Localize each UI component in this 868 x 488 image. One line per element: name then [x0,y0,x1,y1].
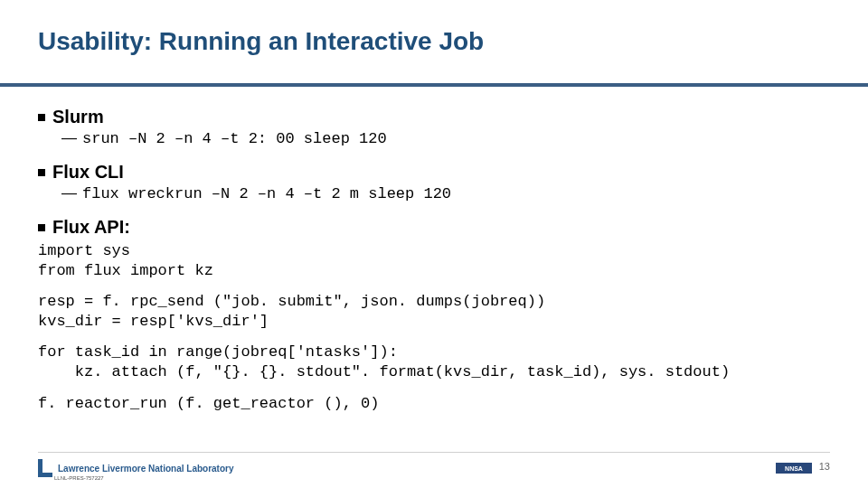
fluxcli-command: flux wreckrun –N 2 –n 4 –t 2 m sleep 120 [82,185,451,202]
dash-icon: — [61,129,77,146]
llnl-branding: Lawrence Livermore National Laboratory [38,459,234,477]
bullet-square-icon [38,114,45,121]
fluxapi-code-block-3: for task_id in range(jobreq['ntasks']): … [38,343,830,382]
subbullet-slurm-cmd: —srun –N 2 –n 4 –t 2: 00 sleep 120 [61,129,830,147]
bullet-square-icon [38,224,45,231]
nnsa-logo-icon: NNSA [776,459,812,477]
llnl-name: Lawrence Livermore National Laboratory [58,464,234,474]
slide-title: Usability: Running an Interactive Job [38,27,484,56]
bullet-fluxapi: Flux API: [38,217,830,238]
fluxapi-code-block-4: f. reactor_run (f. get_reactor (), 0) [38,394,830,414]
heading-fluxcli: Flux CLI [52,162,124,182]
fluxapi-code-block-1: import sys from flux import kz [38,241,830,281]
svg-text:NNSA: NNSA [785,465,803,472]
page-number: 13 [819,461,830,472]
llnl-logo-icon [38,459,52,477]
bullet-square-icon [38,169,45,176]
fluxapi-code-block-2: resp = f. rpc_send ("job. submit", json.… [38,292,830,332]
title-rule [0,83,868,87]
slide-body: Slurm —srun –N 2 –n 4 –t 2: 00 sleep 120… [38,99,830,414]
doc-id: LLNL-PRES-757227 [54,475,104,481]
bullet-fluxcli: Flux CLI [38,162,830,183]
slide-footer: Lawrence Livermore National Laboratory L… [38,452,830,479]
svg-rect-1 [42,473,52,477]
svg-rect-0 [38,459,42,477]
subbullet-fluxcli-cmd: —flux wreckrun –N 2 –n 4 –t 2 m sleep 12… [61,184,830,202]
bullet-slurm: Slurm [38,107,830,127]
slurm-command: srun –N 2 –n 4 –t 2: 00 sleep 120 [82,130,387,147]
heading-slurm: Slurm [52,107,104,127]
dash-icon: — [61,184,77,202]
heading-fluxapi: Flux API: [52,217,130,237]
